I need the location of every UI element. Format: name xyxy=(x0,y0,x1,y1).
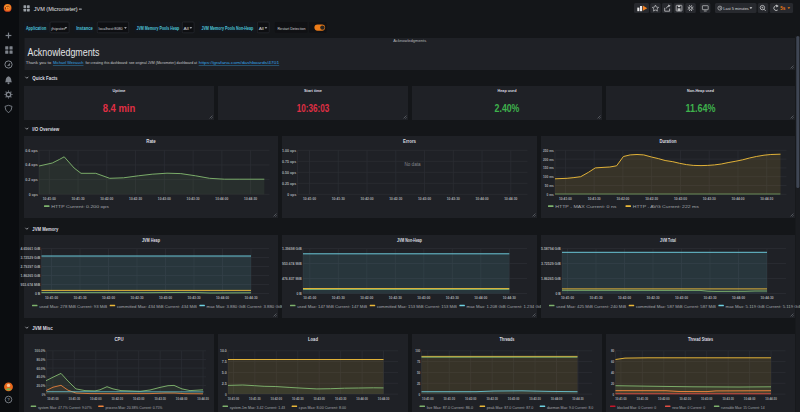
svg-text:10:41:00: 10:41:00 xyxy=(422,396,434,401)
svg-text:10:43:00: 10:43:00 xyxy=(418,196,432,201)
svg-text:3.72529 GiB: 3.72529 GiB xyxy=(21,256,41,260)
svg-text:used Max: 425 MiB Current: 24: used Max: 425 MiB Current: 240 MiB xyxy=(556,305,627,309)
svg-text:HTTP Current: 0.200 ops: HTTP Current: 0.200 ops xyxy=(51,205,109,209)
svg-text:10:41:00: 10:41:00 xyxy=(561,295,575,300)
svg-text:150 ms: 150 ms xyxy=(543,166,554,170)
svg-text:blocked Max: 0 Current: 0: blocked Max: 0 Current: 0 xyxy=(617,406,656,410)
svg-text:250 ms: 250 ms xyxy=(543,149,554,153)
svg-text:JVM Misc: JVM Misc xyxy=(32,325,53,331)
svg-text:10:42:00: 10:42:00 xyxy=(616,196,630,201)
svg-text:0.50 ops: 0.50 ops xyxy=(282,171,296,175)
svg-text:10:43:00: 10:43:00 xyxy=(417,295,431,300)
svg-text:Thank you to: Thank you to xyxy=(26,61,51,65)
svg-text:10:43:00: 10:43:00 xyxy=(133,396,145,401)
svg-text:All: All xyxy=(259,26,264,31)
svg-text:max Max: 1.208 GiB Current: 1: max Max: 1.208 GiB Current: 1.234 GiB xyxy=(467,305,544,309)
svg-text:CPU: CPU xyxy=(115,337,125,342)
svg-text:10:42:30: 10:42:30 xyxy=(680,396,692,401)
svg-text:40: 40 xyxy=(611,371,614,375)
svg-text:20: 20 xyxy=(611,382,614,386)
svg-text:953.674 MiB: 953.674 MiB xyxy=(282,262,302,266)
svg-text:476.837 MiB: 476.837 MiB xyxy=(282,277,302,281)
svg-text:10:44:30: 10:44:30 xyxy=(197,396,209,401)
svg-text:10:44:00: 10:44:00 xyxy=(731,196,745,201)
svg-text:10:44:30: 10:44:30 xyxy=(504,196,518,201)
svg-text:system-1m Max: 3.42 Current:: system-1m Max: 3.42 Current: 1.43 xyxy=(230,406,285,410)
svg-text:10:44:30: 10:44:30 xyxy=(760,196,774,201)
svg-text:10:41:30: 10:41:30 xyxy=(332,295,346,300)
svg-text:10:42:30: 10:42:30 xyxy=(389,196,403,201)
svg-text:1.00 ops: 1.00 ops xyxy=(282,149,296,153)
svg-text:100: 100 xyxy=(415,349,420,353)
svg-text:10:41:30: 10:41:30 xyxy=(444,396,456,401)
svg-text:10:42:00: 10:42:00 xyxy=(618,295,632,300)
svg-text:JVM Memory: JVM Memory xyxy=(32,226,59,232)
svg-text:10:43:30: 10:43:30 xyxy=(722,396,734,401)
svg-text:used Max: 278 MiB Current: 93: used Max: 278 MiB Current: 93 MiB xyxy=(39,305,108,309)
svg-text:100 ms: 100 ms xyxy=(543,175,554,179)
svg-text:max Max: 3.880 GiB Current: 3: max Max: 3.880 GiB Current: 3.880 GiB xyxy=(207,305,284,309)
svg-text:Restart Detection: Restart Detection xyxy=(278,26,306,31)
svg-text:10:43:30: 10:43:30 xyxy=(187,196,201,201)
svg-text:10:43:30: 10:43:30 xyxy=(335,396,347,401)
svg-text:60.0%: 60.0% xyxy=(36,367,46,371)
svg-text:1.39698 GiB: 1.39698 GiB xyxy=(282,247,302,251)
svg-text:peak Max: 87.0 Current: 87.0: peak Max: 87.0 Current: 87.0 xyxy=(487,406,533,410)
svg-text:10:42:00: 10:42:00 xyxy=(658,396,670,401)
svg-text:10:41:30: 10:41:30 xyxy=(72,196,86,201)
svg-text:10:42:00: 10:42:00 xyxy=(90,396,102,401)
svg-text:10:42:00: 10:42:00 xyxy=(465,396,477,401)
svg-text:10:41:30: 10:41:30 xyxy=(74,295,88,300)
svg-text:10:44:00: 10:44:00 xyxy=(474,295,488,300)
svg-text:0 ms: 0 ms xyxy=(547,193,554,197)
svg-text:10:41:30: 10:41:30 xyxy=(332,196,346,201)
svg-text:Start time: Start time xyxy=(304,88,322,93)
svg-text:10:41:00: 10:41:00 xyxy=(615,396,627,401)
svg-text:10:44:30: 10:44:30 xyxy=(765,396,777,401)
svg-text:0 B: 0 B xyxy=(35,292,41,296)
svg-text:10:41:30: 10:41:30 xyxy=(249,396,261,401)
svg-text:10:43:30: 10:43:30 xyxy=(703,196,717,201)
svg-text:0.75 ops: 0.75 ops xyxy=(282,160,296,164)
svg-text:10:44:00: 10:44:00 xyxy=(744,396,756,401)
svg-text:10:41:00: 10:41:00 xyxy=(228,396,240,401)
svg-text:Last 5 minutes: Last 5 minutes xyxy=(723,6,749,11)
svg-text:2.40%: 2.40% xyxy=(495,103,520,114)
svg-text:Acknowledgments: Acknowledgments xyxy=(28,47,100,58)
svg-text:10:42:30: 10:42:30 xyxy=(486,396,498,401)
svg-text:10:42:00: 10:42:00 xyxy=(102,295,116,300)
svg-text:10:42:30: 10:42:30 xyxy=(389,295,403,300)
svg-text:JVM Memory Pools Heap: JVM Memory Pools Heap xyxy=(136,26,179,31)
svg-text:100.0%: 100.0% xyxy=(35,349,46,353)
svg-text:0.2 ops: 0.2 ops xyxy=(25,178,38,182)
svg-text:10:44:30: 10:44:30 xyxy=(572,396,584,401)
svg-text:system Max: 47.7% Current: 9.: system Max: 47.7% Current: 9.07% xyxy=(38,406,92,410)
svg-text:10:44:30: 10:44:30 xyxy=(378,396,390,401)
svg-text:1.86265 GiB: 1.86265 GiB xyxy=(541,277,561,281)
svg-text:10:42:30: 10:42:30 xyxy=(129,196,143,201)
svg-text:80: 80 xyxy=(611,349,614,353)
svg-text:10:43:30: 10:43:30 xyxy=(704,295,718,300)
svg-text:75: 75 xyxy=(417,360,420,364)
svg-text:Duration: Duration xyxy=(660,139,677,144)
svg-text:JVM Heap: JVM Heap xyxy=(142,238,160,243)
svg-text:0 ops: 0 ops xyxy=(29,193,38,197)
svg-text:25: 25 xyxy=(417,382,420,386)
svg-text:8.4 min: 8.4 min xyxy=(103,103,136,114)
svg-text:10:44:30: 10:44:30 xyxy=(245,295,259,300)
svg-text:10:41:00: 10:41:00 xyxy=(559,196,573,201)
svg-text:committed Max: 153 MiB Curren: committed Max: 153 MiB Current: 153 MiB xyxy=(377,305,458,309)
svg-text:0: 0 xyxy=(225,393,227,397)
svg-text:?: ? xyxy=(7,397,10,402)
svg-text:200 ms: 200 ms xyxy=(543,158,554,162)
svg-text:10:42:00: 10:42:00 xyxy=(360,295,374,300)
svg-text:for creating this dashboard: s: for creating this dashboard: see origina… xyxy=(86,61,198,65)
svg-text:Rate: Rate xyxy=(146,139,156,144)
svg-text:HTTP - MAX Current: 0 ns: HTTP - MAX Current: 0 ns xyxy=(555,205,616,209)
svg-text:10:44:00: 10:44:00 xyxy=(476,196,490,201)
svg-text:process Max: 20.38% Current:: process Max: 20.38% Current: 0.75% xyxy=(105,406,163,410)
svg-text:0 B: 0 B xyxy=(296,292,302,296)
svg-text:10:41:00: 10:41:00 xyxy=(43,196,57,201)
svg-text:1.86265 GiB: 1.86265 GiB xyxy=(21,274,41,278)
svg-text:Heap used: Heap used xyxy=(498,88,517,93)
